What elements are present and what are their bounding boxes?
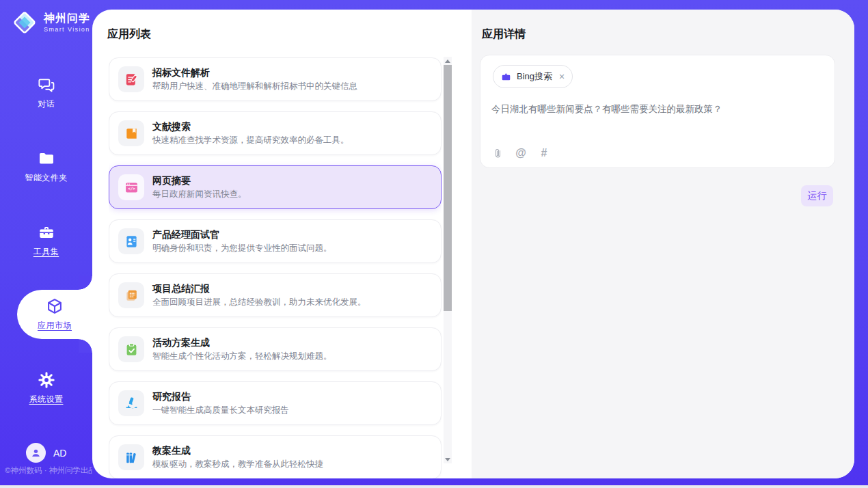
folder-icon — [38, 150, 55, 167]
app-card[interactable]: 教案生成模板驱动，教案秒成，教学准备从此轻松快捷 — [109, 435, 442, 478]
notes-icon — [118, 282, 144, 308]
app-card-title: 教案生成 — [152, 444, 323, 457]
app-card-desc: 全面回顾项目进展，总结经验教训，助力未来优化发展。 — [152, 297, 366, 308]
app-window: { "app": { "name": "神州问学", "subtitle": "… — [0, 0, 868, 488]
app-card-title: 文献搜索 — [152, 120, 349, 133]
scrollbar[interactable] — [444, 57, 452, 463]
app-card-selected[interactable]: </>网页摘要每日政府新闻资讯快查。 — [109, 165, 442, 209]
app-card-title: 网页摘要 — [152, 174, 247, 187]
user-row[interactable]: AD — [26, 443, 66, 463]
cube-icon — [46, 297, 64, 315]
sidebar-item-chat[interactable]: 对话 — [0, 56, 92, 130]
book-icon — [118, 120, 144, 146]
app-card-desc: 明确身份和职责，为您提供专业性的面试问题。 — [152, 243, 332, 254]
interviewer-icon — [118, 228, 144, 254]
app-card-desc: 一键智能生成高质量长文本研究报告 — [152, 405, 289, 416]
sidebar-item-label: 智能文件夹 — [25, 172, 68, 184]
app-list-title: 应用列表 — [107, 27, 151, 42]
app-card-desc: 智能生成个性化活动方案，轻松解决规划难题。 — [152, 351, 332, 362]
composer-toolbar: @# — [491, 147, 550, 159]
app-card-title: 研究报告 — [152, 390, 289, 403]
app-card-title: 项目总结汇报 — [152, 282, 366, 295]
sidebar-item-label: 系统设置 — [29, 394, 64, 405]
app-name: 神州问学 — [44, 12, 90, 25]
app-card-title: 活动方案生成 — [152, 336, 332, 349]
sidebar-item-smart-folder[interactable]: 智能文件夹 — [0, 130, 92, 204]
app-card-title: 产品经理面试官 — [152, 228, 332, 241]
document-edit-icon — [118, 66, 144, 92]
app-card-desc: 每日政府新闻资讯快查。 — [152, 189, 247, 200]
main-panel: 应用列表 招标文件解析帮助用户快速、准确地理解和解析招标书中的关键信息文献搜索快… — [92, 10, 854, 478]
app-card[interactable]: 招标文件解析帮助用户快速、准确地理解和解析招标书中的关键信息 — [109, 57, 442, 101]
sidebar-item-label: 工具集 — [33, 246, 59, 258]
app-card[interactable]: 文献搜索快速精准查找学术资源，提高研究效率的必备工具。 — [109, 111, 442, 155]
app-card-text: 活动方案生成智能生成个性化活动方案，轻松解决规划难题。 — [152, 336, 332, 362]
app-card[interactable]: 活动方案生成智能生成个性化活动方案，轻松解决规划难题。 — [109, 327, 442, 371]
gear-icon — [38, 371, 55, 389]
scrollbar-thumb[interactable] — [444, 65, 452, 311]
app-card-text: 招标文件解析帮助用户快速、准确地理解和解析招标书中的关键信息 — [152, 66, 357, 92]
toolbox-icon — [38, 223, 55, 241]
at-icon[interactable]: @ — [515, 147, 527, 159]
app-card-title: 招标文件解析 — [152, 66, 357, 79]
svg-text:</>: </> — [128, 186, 135, 191]
window-bottom-edge — [0, 485, 868, 488]
app-card-text: 网页摘要每日政府新闻资讯快查。 — [152, 174, 247, 200]
composer-card: Bing搜索 × 今日湖北有哪些新闻要点？有哪些需要关注的最新政策？ @# — [480, 55, 835, 168]
close-icon[interactable]: × — [559, 72, 565, 81]
app-card-desc: 模板驱动，教案秒成，教学准备从此轻松快捷 — [152, 459, 323, 470]
app-card-desc: 快速精准查找学术资源，提高研究效率的必备工具。 — [152, 135, 349, 146]
sidebar: 神州问学 Smart Vision 对话智能文件夹工具集应用市场系统设置 AD … — [0, 0, 92, 488]
copyright-footer: ©神州数码 · 神州问学出品 — [5, 465, 92, 476]
chat-icon — [38, 76, 55, 94]
books-icon — [118, 444, 144, 470]
microscope-icon — [118, 390, 144, 416]
hash-icon[interactable]: # — [538, 147, 550, 159]
app-logo-icon — [11, 9, 38, 36]
app-card[interactable]: 研究报告一键智能生成高质量长文本研究报告 — [109, 381, 442, 425]
app-logo-text: 神州问学 Smart Vision — [44, 12, 90, 33]
sidebar-item-toolset[interactable]: 工具集 — [0, 204, 92, 277]
sidebar-item-label: 应用市场 — [38, 320, 72, 331]
user-name: AD — [53, 448, 66, 459]
query-text[interactable]: 今日湖北有哪些新闻要点？有哪些需要关注的最新政策？ — [491, 103, 824, 116]
app-card[interactable]: 项目总结汇报全面回顾项目进展，总结经验教训，助力未来优化发展。 — [109, 273, 442, 317]
app-logo: 神州问学 Smart Vision — [11, 9, 90, 36]
app-card-text: 研究报告一键智能生成高质量长文本研究报告 — [152, 390, 289, 416]
tool-chip-label: Bing搜索 — [517, 70, 552, 83]
user-avatar-icon — [26, 443, 46, 463]
app-detail-title: 应用详情 — [482, 27, 526, 42]
sidebar-item-settings[interactable]: 系统设置 — [0, 351, 92, 425]
paperclip-icon[interactable] — [491, 147, 504, 159]
app-card-text: 文献搜索快速精准查找学术资源，提高研究效率的必备工具。 — [152, 120, 349, 146]
clipboard-check-icon — [118, 336, 144, 362]
app-card-text: 教案生成模板驱动，教案秒成，教学准备从此轻松快捷 — [152, 444, 323, 470]
app-card-list: 招标文件解析帮助用户快速、准确地理解和解析招标书中的关键信息文献搜索快速精准查找… — [109, 57, 442, 478]
webpage-code-icon: </> — [118, 174, 144, 200]
run-button[interactable]: 运行 — [801, 185, 833, 206]
app-card[interactable]: 产品经理面试官明确身份和职责，为您提供专业性的面试问题。 — [109, 219, 442, 263]
app-card-text: 产品经理面试官明确身份和职责，为您提供专业性的面试问题。 — [152, 228, 332, 254]
app-card-text: 项目总结汇报全面回顾项目进展，总结经验教训，助力未来优化发展。 — [152, 282, 366, 308]
sidebar-nav: 对话智能文件夹工具集应用市场系统设置 — [0, 56, 92, 425]
sidebar-item-app-market[interactable]: 应用市场 — [17, 290, 92, 339]
detail-panel: 应用详情 Bing搜索 × 今日湖北有哪些新闻要点？有哪些需要关注的最新政策？ … — [472, 10, 854, 478]
app-card-desc: 帮助用户快速、准确地理解和解析招标书中的关键信息 — [152, 81, 357, 92]
scrollbar-up-arrow[interactable] — [444, 57, 452, 65]
sidebar-item-label: 对话 — [38, 98, 55, 110]
tool-chip[interactable]: Bing搜索 × — [493, 65, 573, 88]
scrollbar-down-arrow[interactable] — [444, 455, 452, 463]
briefcase-icon — [501, 72, 511, 82]
app-subtitle: Smart Vision — [44, 26, 90, 33]
